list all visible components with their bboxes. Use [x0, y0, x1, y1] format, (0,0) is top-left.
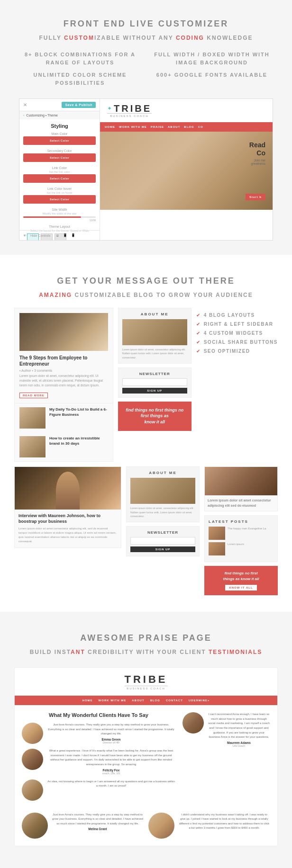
promo-button-2[interactable]: KNOW IT ALL [225, 585, 256, 591]
site-width-value: 1100 [23, 219, 96, 222]
feature-1-text: 8+ BLOCK COMBINATIONS FOR A RANGE OF LAY… [19, 51, 141, 66]
tablet-icon[interactable]: 📱 [63, 233, 67, 237]
testimonial-1-role: Director of HR [47, 741, 175, 744]
hero-cta-button[interactable]: Start b [246, 194, 265, 200]
tribe-logo: ✦ TRIBE BUSINESS COACH [107, 104, 152, 117]
testimonial-2-text: What a great experience. I love it! It's… [47, 749, 175, 767]
testimonial-2: What a great experience. I love it! It's… [22, 749, 175, 774]
newsletter-signup-button[interactable]: SIGN UP [122, 388, 187, 394]
blog-right-image-1 [205, 467, 277, 495]
latest-post-2: Lorem ipsum [209, 542, 274, 555]
praise-bottom-content: Just love Anna's courses. They really gi… [15, 813, 277, 846]
blog-sidebar-bottom: ABOUT ME Lorem ipsum dolor sit amet, con… [126, 466, 200, 560]
tribe-nav-about: ABOUT [168, 125, 180, 128]
newsletter-email-input[interactable] [122, 378, 187, 386]
testimonial-5-content: Just love Anna's courses. They really gi… [52, 813, 144, 839]
tribe-nav-blog: BLOG [184, 125, 194, 128]
praise-nav-more: UDERMINE+ [189, 699, 210, 702]
latest-posts-widget: LATEST POSTS The happy man Evangeline La… [204, 515, 278, 562]
link-hover-field: Link Color hover Set the link on hover S… [19, 186, 100, 206]
feature-2: FULL WIDTH / BOXED WIDTH WITH IMAGE BACK… [151, 51, 273, 66]
praise-nav-blog: BLOG [150, 699, 160, 702]
featured-post-title: Interview with Maureen Johnson, how to b… [18, 513, 117, 524]
hide-controls-icon: 👁 [23, 234, 27, 237]
site-width-field: Site Width Modify the width of the site … [19, 206, 100, 223]
testimonial-4-text: I can't recommend Anna enough. I have le… [208, 712, 270, 740]
latest-post-1-text: The happy man Evangeline La [228, 527, 266, 540]
testimonial-4-content: I can't recommend Anna enough. I have le… [208, 712, 270, 747]
blog-post-main: The 9 Steps from Employee to Entrepreneu… [15, 308, 113, 403]
subtitle-text2: IZABLE WITHOUT ANY [94, 35, 176, 41]
check-icon-3: ✔ [196, 331, 200, 336]
subtitle-ant: ANT [71, 649, 85, 655]
about-widget-text: Lorem ipsum dolor sit amet, consectetur … [122, 348, 187, 359]
blog-post-3: How to create an irresistible brand in 3… [15, 432, 113, 461]
site-width-slider[interactable] [23, 216, 96, 218]
site-width-hint: Modify the width of the site [23, 212, 96, 215]
praise-nav-contact: CONTACT [166, 699, 183, 702]
link-color-field: Link Color Set the link color Select Col… [19, 165, 100, 186]
blog-right-content-1: Lorem ipsum dolor sit amet consectetur a… [205, 495, 277, 511]
feature-social: ✔ SOCIAL SHARE BUTTONS [196, 340, 278, 345]
close-icon[interactable]: ✕ [23, 102, 27, 107]
testimonial-row-1: Just love Anna's courses. They really gi… [22, 723, 175, 744]
subtitle-text1: FULLY [39, 35, 64, 41]
testimonial-2-avatar [22, 749, 43, 770]
testimonial-3-avatar [22, 779, 43, 801]
blog-list: The 9 Steps from Employee to Entrepreneu… [14, 308, 113, 462]
testimonial-1-avatar [22, 723, 43, 744]
praise-logo-sub: BUSINESS COACH [125, 686, 168, 690]
customizer-mock: ✕ Save & Publish ‹ Customizing • Theme S… [19, 99, 273, 240]
blog-post-main-title: The 9 Steps from Employee to Entrepreneu… [19, 355, 108, 367]
subtitle-rest: CUSTOMIZABLE BLOG TO GROW YOUR AUDIENCE [72, 292, 253, 298]
check-icon-5: ✔ [196, 349, 200, 354]
check-icon-4: ✔ [196, 340, 200, 345]
testimonial-4-avatar [182, 712, 204, 734]
promo-widget: find things no first things nofirst thin… [118, 402, 192, 431]
latest-post-1: The happy man Evangeline La [209, 527, 274, 540]
section2-title: GET YOUR MESSAGE OUT THERE [14, 276, 278, 286]
secondary-color-label: Secondary Color [23, 149, 96, 152]
mobile-icon[interactable]: 📱 [71, 233, 75, 237]
about-avatar-bottom [130, 478, 195, 504]
hero-title: ReadCo [249, 141, 265, 157]
blog-post-main-meta: • Author • 3 comments [19, 369, 108, 372]
feature-blog-layouts-text: 4 BLOG LAYOUTS [204, 313, 255, 318]
theme-layout-label: Theme Layout [23, 223, 96, 229]
testimonial-5-text: Just love Anna's courses. They really gi… [52, 813, 144, 826]
testimonial-3-content: An idea, not knowing where to begin or I… [47, 779, 175, 801]
tribe-logo-subtitle: BUSINESS COACH [107, 113, 152, 117]
feature-sidebar-text: RIGHT & LEFT SIDEBAR [204, 322, 274, 327]
testimonial-3-text: An idea, not knowing where to begin or I… [47, 779, 175, 788]
feature-3-text: UNLIMITED COLOR SCHEME POSSIBILITIES [19, 71, 141, 87]
hide-controls-label[interactable]: Hide Controls [30, 234, 50, 237]
subtitle-highlight1: CUSTOM [64, 35, 94, 41]
feature-4-text: 600+ GOOGLE FONTS AVAILABLE [151, 71, 273, 79]
testimonial-5-avatar [22, 813, 48, 839]
subtitle-amazing: AMAZING [39, 292, 72, 298]
link-hover-button[interactable]: Select Color [23, 195, 96, 204]
desktop-icon[interactable]: 🖥 [56, 234, 59, 237]
feature-1: 8+ BLOCK COMBINATIONS FOR A RANGE OF LAY… [19, 51, 141, 66]
tribe-nav-work: WORK WITH ME [119, 125, 147, 128]
newsletter-btn-bottom[interactable]: SIGN UP [130, 546, 195, 552]
testimonial-1: Just love Anna's courses. They really gi… [22, 723, 175, 744]
praise-heading: What My Wonderful Clients Have To Say [22, 712, 175, 718]
blog-features-right: ✔ 4 BLOG LAYOUTS ✔ RIGHT & LEFT SIDEBAR … [196, 308, 278, 354]
about-avatar-image [122, 319, 187, 345]
newsletter-input-bottom[interactable] [130, 537, 195, 545]
blog-read-more-button[interactable]: READ MORE [19, 393, 48, 398]
link-color-button[interactable]: Select Color [23, 174, 96, 183]
section3-title: AWESOME PRAISE PAGE [14, 633, 278, 643]
latest-post-1-image [209, 527, 225, 540]
feature-sidebar: ✔ RIGHT & LEFT SIDEBAR [196, 322, 278, 327]
main-color-button[interactable]: Select Color [23, 136, 96, 145]
save-publish-button[interactable]: Save & Publish [62, 102, 96, 108]
link-color-hint: Set the link color [23, 170, 96, 173]
testimonial-5-name: Melina Grant [52, 827, 144, 831]
secondary-color-button[interactable]: Select Color [23, 153, 96, 162]
praise-logo-text: TRIBE [125, 673, 168, 686]
praise-tribe-logo: TRIBE BUSINESS COACH [125, 673, 168, 690]
newsletter-widget-bottom: NEWSLETTER SIGN UP [126, 526, 200, 556]
praise-page-screenshot: TRIBE BUSINESS COACH HOME WORK WITH ME A… [14, 667, 278, 846]
